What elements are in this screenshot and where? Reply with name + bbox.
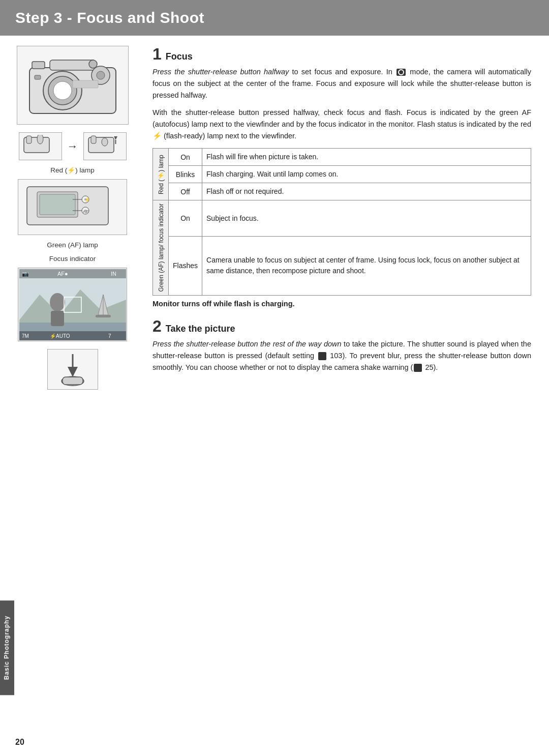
sidebar-label: Basic Photography — [0, 600, 14, 695]
desc-flashes: Camera unable to focus on subject at cen… — [202, 237, 531, 295]
camera-top-illustration — [17, 46, 129, 125]
status-blinks: Blinks — [169, 166, 202, 183]
svg-rect-12 — [26, 136, 32, 143]
flash-focus-table: Red (⚡) lamp On Flash will fire when pic… — [152, 148, 531, 295]
page-number: 20 — [15, 738, 24, 747]
step2-number: 2 — [152, 318, 162, 334]
step1-para2: With the shutter-release button pressed … — [152, 107, 531, 142]
step1-para1: Press the shutter-release button halfway… — [152, 66, 531, 102]
svg-text:AF●: AF● — [57, 271, 68, 277]
svg-text:📷: 📷 — [22, 270, 29, 277]
desc-off: Flash off or not required. — [202, 183, 531, 200]
svg-rect-21 — [40, 194, 75, 215]
status-flashes: Flashes — [169, 237, 202, 295]
svg-rect-9 — [35, 75, 41, 79]
desc-on-focus: Subject in focus. — [202, 200, 531, 237]
desc-blinks: Flash charging. Wait until lamp comes on… — [202, 166, 531, 183]
svg-point-8 — [89, 60, 97, 68]
hands-illustration-row: → — [17, 132, 129, 160]
svg-point-29 — [84, 210, 86, 212]
camera-mode-icon — [396, 69, 406, 76]
red-lamp-row-label: Red (⚡) lamp — [153, 149, 169, 200]
svg-marker-48 — [68, 367, 78, 377]
svg-rect-10 — [73, 80, 98, 88]
red-lamp-label: Red (⚡) lamp — [50, 166, 95, 174]
green-af-lamp-label: Green (AF) lamp — [47, 241, 98, 249]
table-row: Blinks Flash charging. Wait until lamp c… — [153, 166, 531, 183]
status-on-focus: On — [169, 200, 202, 237]
step1-section: 1 Focus Press the shutter-release button… — [152, 46, 531, 308]
monitor-note: Monitor turns off while flash is chargin… — [152, 300, 531, 308]
hand-after-illustration — [83, 132, 127, 160]
green-lamp-row-label: Green (AF) lamp/ focus indicator — [153, 200, 169, 295]
svg-point-28 — [84, 198, 86, 200]
step2-title: Take the picture — [166, 324, 235, 334]
svg-point-3 — [53, 81, 72, 100]
svg-point-7 — [97, 71, 105, 79]
step1-title: Focus — [166, 51, 193, 62]
svg-text:7: 7 — [108, 333, 111, 339]
hand-before-illustration — [19, 132, 62, 160]
table-row: Off Flash off or not required. — [153, 183, 531, 200]
camera-side-illustration: ⚡ AF — [18, 179, 127, 235]
step2-para: Press the shutter-release button the res… — [152, 338, 531, 374]
svg-point-33 — [50, 293, 65, 311]
warning-icon — [318, 352, 326, 360]
step1-header: 1 Focus — [152, 46, 531, 62]
step2-header: 2 Take the picture — [152, 318, 531, 334]
arrow-right-icon: → — [67, 140, 78, 153]
svg-text:IN: IN — [111, 271, 116, 277]
svg-rect-5 — [32, 62, 45, 69]
status-off: Off — [169, 183, 202, 200]
table-row: Red (⚡) lamp On Flash will fire when pic… — [153, 149, 531, 166]
desc-on-flash: Flash will fire when picture is taken. — [202, 149, 531, 166]
svg-point-16 — [102, 138, 108, 146]
svg-text:7M: 7M — [22, 333, 29, 339]
svg-rect-38 — [19, 269, 126, 278]
step1-number: 1 — [152, 46, 162, 62]
table-row: Flashes Camera unable to focus on subjec… — [153, 237, 531, 295]
table-row: Green (AF) lamp/ focus indicator On Subj… — [153, 200, 531, 237]
svg-text:⚡AUTO: ⚡AUTO — [50, 333, 70, 339]
svg-point-13 — [37, 135, 43, 144]
page-title: Step 3 - Focus and Shoot — [15, 9, 204, 26]
main-content: → Red (⚡) lamp — [0, 36, 549, 400]
illustrations-column: → Red (⚡) lamp — [0, 36, 142, 400]
svg-marker-17 — [114, 136, 117, 140]
focus-indicator-label: Focus indicator — [49, 255, 96, 263]
svg-rect-34 — [51, 311, 64, 326]
svg-rect-15 — [91, 136, 96, 143]
status-on-flash: On — [169, 149, 202, 166]
page-header: Step 3 - Focus and Shoot — [0, 0, 549, 36]
warning-icon-2 — [414, 364, 422, 372]
viewfinder-illustration: 📷 AF● IN 7M ⚡AUTO 7 — [18, 268, 127, 341]
hand-down-illustration — [47, 349, 98, 390]
text-column: 1 Focus Press the shutter-release button… — [142, 36, 549, 400]
svg-rect-37 — [96, 315, 111, 317]
step2-section: 2 Take the picture Press the shutter-rel… — [152, 318, 531, 374]
svg-rect-50 — [63, 377, 83, 385]
